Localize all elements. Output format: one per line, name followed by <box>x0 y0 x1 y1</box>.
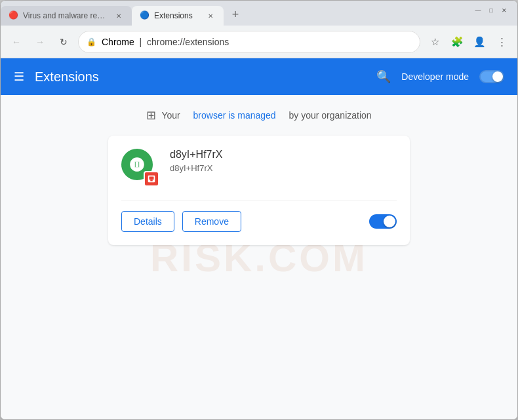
minimize-button[interactable]: — <box>473 5 483 16</box>
tab-2-favicon: 🔵 <box>140 10 150 21</box>
tab-1-close[interactable]: ✕ <box>113 10 124 21</box>
back-button[interactable]: ← <box>7 33 26 51</box>
search-icon[interactable]: 🔍 <box>376 69 391 84</box>
tab-extensions[interactable]: 🔵 Extensions ✕ <box>132 6 224 26</box>
extensions-page-title: Extensions <box>35 69 376 85</box>
extension-actions: Details Remove <box>121 200 397 232</box>
forward-button[interactable]: → <box>31 33 49 51</box>
address-actions: ☆ 🧩 👤 ⋮ <box>426 33 511 51</box>
close-button[interactable]: ✕ <box>499 5 509 16</box>
new-tab-button[interactable]: + <box>226 5 245 24</box>
extensions-button[interactable]: 🧩 <box>448 33 466 51</box>
managed-text-after: by your organization <box>289 110 372 121</box>
remove-button[interactable]: Remove <box>182 211 241 232</box>
managed-text-before: Your <box>161 110 180 121</box>
tab-bar: 🔴 Virus and malware removal i... ✕ 🔵 Ext… <box>1 1 465 26</box>
tab-1-favicon: 🔴 <box>9 10 19 21</box>
extension-details: d8yI+Hf7rX d8yI+Hf7rX <box>170 149 397 173</box>
browser-window: 🔴 Virus and malware removal i... ✕ 🔵 Ext… <box>0 0 518 420</box>
extension-enable-toggle[interactable] <box>369 214 397 229</box>
extension-icon-badge <box>144 171 159 187</box>
reload-button[interactable]: ↻ <box>54 33 73 51</box>
developer-mode-toggle[interactable] <box>479 70 504 83</box>
bookmark-button[interactable]: ☆ <box>426 33 444 51</box>
tab-2-title: Extensions <box>154 11 201 20</box>
url-text: chrome://extensions <box>147 37 229 47</box>
title-bar: 🔴 Virus and malware removal i... ✕ 🔵 Ext… <box>1 1 517 26</box>
extension-toggle-area <box>369 214 397 229</box>
extension-card: d8yI+Hf7rX d8yI+Hf7rX Details Remove <box>108 136 410 245</box>
header-actions: 🔍 Developer mode <box>376 69 504 84</box>
maximize-button[interactable]: □ <box>486 5 496 16</box>
url-prefix: Chrome | chrome://extensions <box>102 37 229 47</box>
managed-link[interactable]: browser is managed <box>193 110 276 121</box>
profile-button[interactable]: 👤 <box>470 33 488 51</box>
main-content: RISK.COM ⊞ Your browser is managed by yo… <box>1 95 517 419</box>
developer-mode-label: Developer mode <box>401 71 469 82</box>
managed-banner: ⊞ Your browser is managed by your organi… <box>14 108 504 123</box>
security-icon: 🔒 <box>87 37 96 47</box>
url-bar[interactable]: 🔒 Chrome | chrome://extensions <box>78 31 420 53</box>
svg-rect-5 <box>149 177 154 180</box>
tab-2-close[interactable]: ✕ <box>205 10 216 21</box>
extension-toggle-knob <box>384 216 395 227</box>
toggle-knob <box>492 71 503 82</box>
extension-name: d8yI+Hf7rX <box>170 149 397 161</box>
address-bar: ← → ↻ 🔒 Chrome | chrome://extensions ☆ 🧩… <box>1 26 517 58</box>
svg-rect-6 <box>150 180 153 181</box>
extension-info: d8yI+Hf7rX d8yI+Hf7rX <box>121 149 397 187</box>
tab-virus-removal[interactable]: 🔴 Virus and malware removal i... ✕ <box>1 6 132 26</box>
extension-icon-container <box>121 149 159 187</box>
extension-id: d8yI+Hf7rX <box>170 163 397 173</box>
extensions-header: ☰ Extensions 🔍 Developer mode <box>1 58 517 95</box>
menu-button[interactable]: ⋮ <box>492 33 511 51</box>
hamburger-menu-icon[interactable]: ☰ <box>14 69 24 84</box>
details-button[interactable]: Details <box>121 211 174 232</box>
tab-1-title: Virus and malware removal i... <box>23 11 110 20</box>
window-controls: — □ ✕ <box>465 1 517 26</box>
managed-icon: ⊞ <box>146 108 156 123</box>
